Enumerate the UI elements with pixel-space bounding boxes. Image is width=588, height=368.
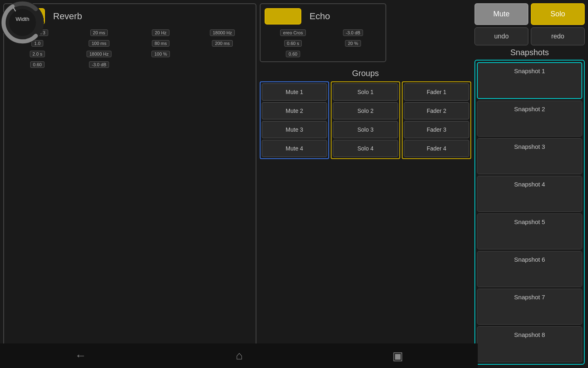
reverb-knob-12[interactable]: Width 0.60 bbox=[8, 61, 67, 68]
reverb-knob-value-5: 100 ms bbox=[89, 40, 109, 47]
snapshots-title: Snapshots bbox=[474, 48, 585, 57]
redo-button[interactable]: redo bbox=[531, 27, 585, 45]
top-buttons: Mute Solo bbox=[474, 3, 585, 25]
reverb-knob-5[interactable]: Attack 100 ms bbox=[70, 39, 128, 47]
reverb-knob-3[interactable]: High-Cut 18000 Hz bbox=[193, 29, 252, 36]
bottom-nav: ← ⌂ ▣ bbox=[0, 343, 478, 368]
snapshot-button-1[interactable]: Snapshot 1 bbox=[477, 62, 582, 99]
right-panel: Mute Solo undo redo Snapshots Snapshot 1… bbox=[474, 3, 585, 365]
undo-button[interactable]: undo bbox=[474, 27, 528, 45]
reverb-knob-13[interactable]: Volume -3.0 dB bbox=[70, 61, 128, 68]
echo-knob-1[interactable]: Volume -3.0 dB bbox=[325, 29, 381, 36]
solo-button-4[interactable]: Solo 4 bbox=[333, 140, 398, 157]
snapshot-button-4[interactable]: Snapshot 4 bbox=[477, 176, 582, 212]
snapshots-list: Snapshot 1Snapshot 2Snapshot 3Snapshot 4… bbox=[474, 60, 585, 365]
solo-column: Solo 1Solo 2Solo 3Solo 4 bbox=[331, 81, 400, 159]
recent-icon[interactable]: ▣ bbox=[392, 349, 403, 363]
svg-point-69 bbox=[9, 9, 36, 36]
reverb-knob-10[interactable]: Smooth 100 % bbox=[131, 50, 190, 57]
svg-text:Width: Width bbox=[16, 16, 29, 22]
reverb-knob-11[interactable] bbox=[193, 50, 252, 57]
reverb-knob-value-2: 20 Hz bbox=[152, 29, 169, 36]
reverb-knob-9[interactable]: High-Damp 18000 Hz bbox=[70, 50, 128, 57]
reverb-knob-value-8: 2.0 s bbox=[30, 51, 45, 57]
snapshot-button-3[interactable]: Snapshot 3 bbox=[477, 138, 582, 174]
reverb-knob-value-9: 18000 Hz bbox=[87, 51, 111, 57]
echo-knob-0[interactable]: Type ereo Cros bbox=[265, 29, 321, 36]
mute-column: Mute 1Mute 2Mute 3Mute 4 bbox=[260, 81, 329, 159]
snapshot-button-5[interactable]: Snapshot 5 bbox=[477, 213, 582, 249]
fader-button-4[interactable]: Fader 4 bbox=[404, 140, 469, 157]
snapshots-section: Snapshots Snapshot 1Snapshot 2Snapshot 3… bbox=[474, 48, 585, 365]
reverb-knob-7[interactable]: Release 200 ms bbox=[193, 39, 252, 47]
reverb-panel: Reverb Type Room 3 Pre-Delay bbox=[3, 3, 256, 365]
reverb-knob-value-12: 0.60 bbox=[30, 61, 45, 68]
echo-toggle-button[interactable] bbox=[265, 8, 301, 25]
echo-knob-2[interactable]: Delay-time 0.60 s bbox=[265, 39, 321, 47]
reverb-knob-6[interactable]: Hold 80 ms bbox=[131, 39, 190, 47]
mute-button-2[interactable]: Mute 2 bbox=[262, 102, 327, 119]
echo-knob-value-4: 0.60 bbox=[286, 51, 300, 57]
reverb-knob-2[interactable]: Low-Cut 20 Hz bbox=[131, 29, 190, 36]
solo-button[interactable]: Solo bbox=[531, 3, 585, 25]
solo-button-2[interactable]: Solo 2 bbox=[333, 102, 398, 119]
echo-knob-value-0: ereo Cros bbox=[280, 29, 305, 36]
reverb-knob-value-6: 80 ms bbox=[152, 40, 170, 47]
echo-knobs-grid: Type ereo Cros Volume -3.0 dB bbox=[265, 29, 381, 57]
groups-title: Groups bbox=[260, 69, 471, 78]
reverb-knob-value-3: 18000 Hz bbox=[210, 29, 235, 36]
reverb-knob-value-7: 200 ms bbox=[212, 40, 232, 47]
fader-button-1[interactable]: Fader 1 bbox=[404, 83, 469, 101]
groups-grid: Mute 1Mute 2Mute 3Mute 4 Solo 1Solo 2Sol… bbox=[260, 81, 471, 159]
mute-button-3[interactable]: Mute 3 bbox=[262, 121, 327, 138]
fader-button-2[interactable]: Fader 2 bbox=[404, 102, 469, 119]
echo-knob-value-2: 0.60 s bbox=[284, 40, 302, 47]
echo-knob-value-3: 20 % bbox=[345, 40, 361, 47]
echo-header: Echo bbox=[265, 8, 381, 25]
echo-knob-value-1: -3.0 dB bbox=[343, 29, 363, 36]
reverb-knob-1[interactable]: Pre-Delay 20 ms bbox=[70, 29, 128, 36]
snapshot-button-8[interactable]: Snapshot 8 bbox=[477, 326, 582, 362]
mute-button-1[interactable]: Mute 1 bbox=[262, 83, 327, 101]
middle-section: Echo Type ereo Cros Volume bbox=[260, 0, 471, 368]
reverb-knob-8[interactable]: Reverb-time 2.0 s bbox=[8, 50, 67, 57]
reverb-knob-value-13: -3.0 dB bbox=[89, 61, 109, 68]
reverb-title: Reverb bbox=[53, 11, 82, 22]
snapshot-button-6[interactable]: Snapshot 6 bbox=[477, 251, 582, 287]
reverb-knob-value-1: 20 ms bbox=[90, 29, 108, 36]
mute-button[interactable]: Mute bbox=[474, 3, 528, 25]
snapshot-button-2[interactable]: Snapshot 2 bbox=[477, 101, 582, 137]
fader-button-3[interactable]: Fader 3 bbox=[404, 121, 469, 138]
reverb-knob-value-10: 100 % bbox=[151, 51, 170, 57]
snapshot-button-7[interactable]: Snapshot 7 bbox=[477, 289, 582, 325]
echo-panel: Echo Type ereo Cros Volume bbox=[260, 3, 386, 62]
undo-redo-buttons: undo redo bbox=[474, 27, 585, 45]
echo-knob-3[interactable]: Feedback 20 % bbox=[325, 39, 381, 47]
back-icon[interactable]: ← bbox=[75, 349, 86, 362]
solo-button-1[interactable]: Solo 1 bbox=[333, 83, 398, 101]
groups-section: Groups Mute 1Mute 2Mute 3Mute 4 Solo 1So… bbox=[260, 69, 471, 159]
echo-knob-4[interactable]: Width 0.60 bbox=[265, 50, 321, 57]
mute-button-4[interactable]: Mute 4 bbox=[262, 140, 327, 157]
fader-column: Fader 1Fader 2Fader 3Fader 4 bbox=[402, 81, 471, 159]
echo-title: Echo bbox=[310, 11, 330, 22]
home-icon[interactable]: ⌂ bbox=[236, 349, 243, 362]
solo-button-3[interactable]: Solo 3 bbox=[333, 121, 398, 138]
